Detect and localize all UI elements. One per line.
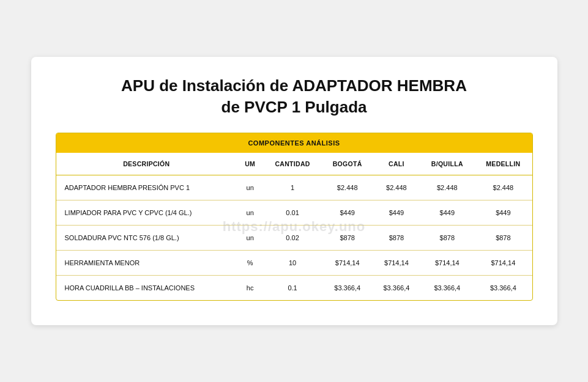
cell-bogota: $878	[322, 226, 373, 251]
table-container: https://apu.okey.uno DESCRIPCIÓN UM CANT…	[56, 153, 532, 300]
cell-descripcion: ADAPTADOR HEMBRA PRESIÓN PVC 1	[56, 175, 237, 200]
cell-medellin: $3.366,4	[474, 276, 532, 301]
cell-bquilla: $878	[420, 226, 474, 251]
cell-cali: $3.366,4	[373, 276, 420, 301]
col-header-cali: CALI	[373, 153, 420, 175]
cell-cali: $449	[373, 200, 420, 226]
cell-cantidad: 0.1	[263, 276, 322, 301]
col-header-bogota: BOGOTÁ	[322, 153, 373, 175]
cell-medellin: $449	[474, 200, 532, 226]
cell-bquilla: $2.448	[420, 175, 474, 200]
data-table: DESCRIPCIÓN UM CANTIDAD BOGOTÁ CALI B/QU…	[56, 153, 532, 300]
card: APU de Instalación de ADAPTADOR HEMBRA d…	[31, 57, 557, 325]
cell-cantidad: 0.02	[263, 226, 322, 251]
table-wrapper: COMPONENTES ANÁLISIS https://apu.okey.un…	[56, 133, 533, 301]
cell-um: hc	[237, 276, 263, 301]
table-row: HORA CUADRILLA BB – INSTALACIONEShc0.1$3…	[56, 276, 532, 301]
col-header-medellin: MEDELLIN	[474, 153, 532, 175]
cell-cantidad: 0.01	[263, 200, 322, 226]
cell-bogota: $3.366,4	[322, 276, 373, 301]
cell-descripcion: HERRAMIENTA MENOR	[56, 251, 237, 276]
cell-medellin: $2.448	[474, 175, 532, 200]
cell-descripcion: LIMPIADOR PARA PVC Y CPVC (1/4 GL.)	[56, 200, 237, 226]
table-row: ADAPTADOR HEMBRA PRESIÓN PVC 1un1$2.448$…	[56, 175, 532, 200]
cell-cali: $878	[373, 226, 420, 251]
cell-bquilla: $714,14	[420, 251, 474, 276]
col-header-um: UM	[237, 153, 263, 175]
cell-um: %	[237, 251, 263, 276]
col-header-cantidad: CANTIDAD	[263, 153, 322, 175]
cell-um: un	[237, 226, 263, 251]
cell-bquilla: $3.366,4	[420, 276, 474, 301]
cell-descripcion: HORA CUADRILLA BB – INSTALACIONES	[56, 276, 237, 301]
section-header: COMPONENTES ANÁLISIS	[56, 133, 532, 153]
col-header-bquilla: B/QUILLA	[420, 153, 474, 175]
cell-um: un	[237, 200, 263, 226]
table-row: HERRAMIENTA MENOR%10$714,14$714,14$714,1…	[56, 251, 532, 276]
cell-cali: $714,14	[373, 251, 420, 276]
table-row: LIMPIADOR PARA PVC Y CPVC (1/4 GL.)un0.0…	[56, 200, 532, 226]
cell-medellin: $714,14	[474, 251, 532, 276]
cell-descripcion: SOLDADURA PVC NTC 576 (1/8 GL.)	[56, 226, 237, 251]
cell-cantidad: 1	[263, 175, 322, 200]
page-title: APU de Instalación de ADAPTADOR HEMBRA d…	[56, 75, 533, 118]
cell-medellin: $878	[474, 226, 532, 251]
cell-bogota: $2.448	[322, 175, 373, 200]
cell-bquilla: $449	[420, 200, 474, 226]
cell-cali: $2.448	[373, 175, 420, 200]
cell-um: un	[237, 175, 263, 200]
table-header-row: DESCRIPCIÓN UM CANTIDAD BOGOTÁ CALI B/QU…	[56, 153, 532, 175]
col-header-descripcion: DESCRIPCIÓN	[56, 153, 237, 175]
table-row: SOLDADURA PVC NTC 576 (1/8 GL.)un0.02$87…	[56, 226, 532, 251]
cell-cantidad: 10	[263, 251, 322, 276]
cell-bogota: $449	[322, 200, 373, 226]
cell-bogota: $714,14	[322, 251, 373, 276]
